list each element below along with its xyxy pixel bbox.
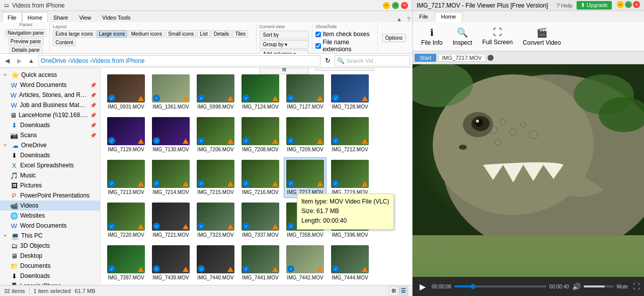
viewer-close[interactable]: ✕ — [633, 1, 640, 8]
navigation-pane-btn[interactable]: Navigation pane — [5, 29, 46, 37]
file-item[interactable]: ✓IMG_0931.MOV — [105, 72, 147, 113]
viewer-tab-file[interactable]: File — [413, 12, 435, 22]
sidebar-item-excel[interactable]: X Excel Spreadsheets — [0, 160, 100, 170]
list-view-button[interactable]: ☰ — [399, 286, 408, 295]
file-item[interactable]: ✓IMG_7124.MOV — [239, 72, 282, 113]
start-button[interactable]: Start — [415, 54, 436, 62]
preview-pane-btn[interactable]: Preview pane — [8, 38, 44, 45]
file-item[interactable]: ✓IMG_7216.MOV — [239, 157, 282, 198]
tab-file[interactable]: File — [2, 12, 22, 22]
ribbon-collapse[interactable]: ▲ — [393, 16, 405, 22]
close-button[interactable]: ✕ — [401, 2, 408, 9]
upgrade-button[interactable]: ⬆ Upgrade — [577, 1, 612, 10]
convert-video-btn[interactable]: 🎬 Convert Video — [518, 23, 566, 50]
sidebar-item-downloads-pc[interactable]: ⬇ Downloads — [0, 271, 100, 281]
sidebar-item-word-documents[interactable]: W Word Documents 📌 — [0, 80, 100, 90]
file-item[interactable]: ✓IMG_1361.MOV — [149, 72, 192, 113]
file-item[interactable]: ✓IMG_7208.MOV — [239, 115, 282, 155]
file-item[interactable]: ✓IMG_7444.MOV — [329, 243, 371, 283]
tab-video-tools[interactable]: Video Tools — [97, 12, 136, 22]
sidebar-item-lance-home[interactable]: 🖥 LanceHome (\\192.168.1.31) (L:) 📌 — [0, 110, 100, 120]
sidebar-item-iphone[interactable]: 📱 Lance's iPhone — [0, 281, 100, 285]
file-item[interactable]: ✓IMG_7128.MOV — [329, 72, 371, 113]
small-icons-btn[interactable]: Small icons — [166, 30, 196, 38]
list-btn[interactable]: List — [197, 30, 210, 38]
path-onedrive[interactable]: OneDrive — [41, 57, 70, 64]
maximize-button[interactable]: □ — [392, 2, 399, 9]
content-btn[interactable]: Content — [53, 39, 75, 46]
sidebar-item-3d[interactable]: 🗂 3D Objects — [0, 241, 100, 251]
sidebar-item-this-pc[interactable]: ▾ 💻 This PC — [0, 231, 100, 241]
sidebar-item-pictures[interactable]: 🖼 Pictures — [0, 180, 100, 190]
minimize-button[interactable]: ─ — [383, 2, 390, 9]
tab-view[interactable]: View — [73, 12, 97, 22]
sidebar-item-articles[interactable]: W Articles, Stories, and Reviews 📌 — [0, 90, 100, 100]
details-pane-btn[interactable]: Details pane — [9, 46, 42, 54]
file-item[interactable]: ✓IMG_7440.MOV — [194, 243, 237, 283]
file-item[interactable]: ✓IMG_7212.MOV — [329, 115, 371, 155]
file-item[interactable]: ✓IMG_7441.MOV — [239, 243, 282, 283]
file-item[interactable]: ✓IMG_7221.MOV — [149, 200, 192, 241]
help-icon[interactable]: ? — [405, 16, 412, 22]
tab-share[interactable]: Share — [48, 12, 73, 22]
large-icons-btn[interactable]: Large icons — [97, 30, 128, 38]
sidebar-item-job[interactable]: W Job and Business Material 📌 — [0, 100, 100, 110]
file-item[interactable]: ✓IMG_7323.MOV — [194, 200, 237, 241]
file-ext-checkbox[interactable]: File name extensions — [315, 39, 374, 53]
mute-button[interactable]: Mute — [617, 284, 628, 289]
sidebar-item-downloads-od[interactable]: ⬇ Downloads — [0, 150, 100, 160]
up-button[interactable]: ▲ — [26, 56, 36, 66]
file-item[interactable]: ✓IMG_7130.MOV — [149, 115, 192, 155]
path-videos[interactable]: Videos — [70, 57, 92, 64]
sidebar-item-music[interactable]: 🎵 Music — [0, 170, 100, 180]
file-item[interactable]: ✓IMG_7215.MOV — [194, 157, 237, 198]
file-item[interactable]: ✓IMG_7337.MOV — [239, 200, 282, 241]
file-item[interactable]: ✓IMG_7220.MOV — [105, 200, 147, 241]
file-item[interactable]: ✓IMG_5998.MOV — [194, 72, 237, 113]
viewer-minimize[interactable]: ─ — [617, 1, 624, 8]
viewer-maximize[interactable]: □ — [625, 1, 632, 8]
sidebar-item-documents[interactable]: 📁 Documents — [0, 261, 100, 271]
tab-home[interactable]: Home — [22, 12, 48, 22]
sidebar-item-quick-access[interactable]: ▾ ⭐ Quick access — [0, 70, 100, 80]
full-screen-btn[interactable]: ⛶ Full Screen — [477, 23, 517, 50]
path-current[interactable]: Videos from iPhone — [92, 57, 145, 64]
group-by-btn[interactable]: Group by ▾ — [260, 40, 309, 49]
file-item[interactable]: ✓IMG_7397.MOV — [105, 243, 147, 283]
sidebar-item-word-od[interactable]: W Word Documents — [0, 221, 100, 231]
tiles-btn[interactable]: Tiles — [232, 30, 248, 38]
file-info-btn[interactable]: ℹ File Info — [417, 23, 447, 50]
sidebar-item-powerpoint[interactable]: P PowerPoint Presentations — [0, 190, 100, 201]
viewer-tab-home[interactable]: Home — [435, 12, 462, 22]
play-button[interactable]: ▶ — [417, 280, 429, 292]
options-btn[interactable]: Options — [382, 34, 406, 42]
file-item[interactable]: ✓IMG_7213.MOV — [105, 157, 147, 198]
file-item[interactable]: ✓IMG_7442.MOV — [284, 243, 327, 283]
item-check-checkbox[interactable]: Item check boxes — [315, 31, 374, 38]
sidebar-item-scans[interactable]: 📷 Scans 📌 — [0, 130, 100, 140]
refresh-button[interactable]: ↻ — [323, 56, 333, 66]
sidebar-item-desktop[interactable]: 🖥 Desktop — [0, 251, 100, 261]
volume-bar[interactable] — [584, 285, 614, 287]
inspect-btn[interactable]: 🔍 Inspect — [448, 23, 477, 50]
file-item[interactable]: ✓IMG_7206.MOV — [194, 115, 237, 155]
sort-by-btn[interactable]: Sort by — [260, 31, 309, 39]
forward-button[interactable]: ▶ — [14, 56, 24, 66]
file-item[interactable]: ✓IMG_7209.MOV — [284, 115, 327, 155]
help-button[interactable]: ? Help — [556, 3, 573, 9]
sidebar-item-onedrive[interactable]: ▾ ☁ OneDrive — [0, 140, 100, 150]
sidebar-item-videos[interactable]: 📹 Videos — [0, 201, 100, 211]
file-item[interactable]: ✓IMG_7219.MOV — [329, 157, 371, 198]
extra-large-icons-btn[interactable]: Extra large icons — [53, 30, 95, 38]
search-placeholder[interactable]: Search Vid... — [346, 58, 378, 64]
viewer-tab-close[interactable] — [488, 55, 494, 61]
volume-icon[interactable]: 🔊 — [572, 282, 581, 290]
file-item[interactable]: ✓IMG_7214.MOV — [149, 157, 192, 198]
medium-icons-btn[interactable]: Medium icons — [128, 30, 165, 38]
file-item[interactable]: ✓IMG_7127.MOV — [284, 72, 327, 113]
details-btn[interactable]: Details — [211, 30, 232, 38]
sidebar-item-websites[interactable]: 🌐 Websites — [0, 211, 100, 221]
grid-view-button[interactable]: ⊞ — [389, 286, 398, 295]
back-button[interactable]: ◀ — [2, 56, 12, 66]
sidebar-item-downloads-quick[interactable]: ⬇ Downloads 📌 — [0, 120, 100, 130]
